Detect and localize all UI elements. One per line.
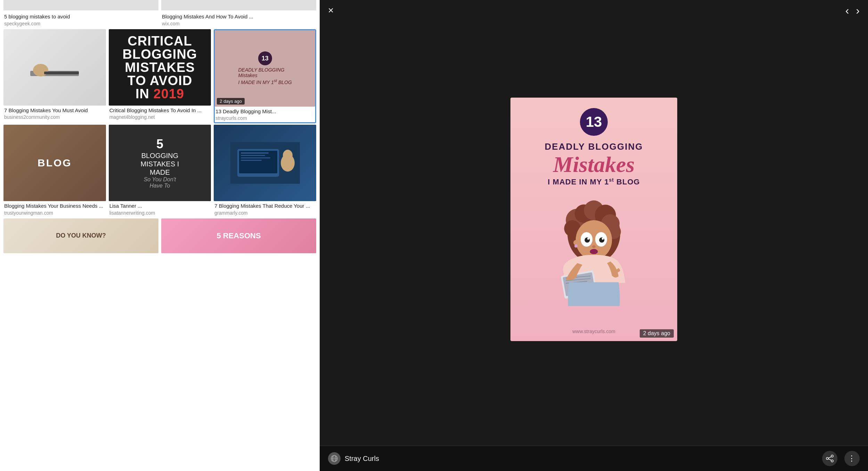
svg-rect-9 [241, 160, 262, 161]
nav-arrows: ‹ › [845, 5, 860, 16]
more-dots-icon: ⋮ [848, 454, 856, 463]
deadly-item-title: 13 Deadly Blogging Mist... [215, 108, 314, 115]
sleeping-item-source: business2community.com [4, 114, 105, 120]
top-item-1-title: 5 blogging mistakes to avoid [4, 13, 158, 20]
thumb-deadly-small: 13 DEADLY BLOGGINGMistakesI MADE IN MY 1… [215, 30, 315, 107]
sleeping-item-title: 7 Blogging Mistakes You Must Avoid [4, 107, 105, 114]
svg-point-27 [592, 245, 596, 248]
source-name: Stray Curls [345, 455, 379, 463]
source-info: Stray Curls [328, 452, 379, 465]
more-options-button[interactable]: ⋮ [844, 451, 860, 466]
thumb-sleeping [3, 29, 106, 106]
grammarly-item-title: 7 Blogging Mistakes That Reduce Your ... [214, 203, 316, 209]
thumb-doyouknow[interactable]: DO YOU KNOW? [3, 218, 158, 253]
svg-point-24 [599, 237, 604, 242]
svg-point-1 [33, 64, 48, 76]
top-item-2-source: wix.com [162, 21, 316, 26]
top-item-2-title: Blogging Mistakes And How To Avoid ... [162, 13, 316, 20]
partial-top-row [3, 0, 316, 10]
thumb-lisatanner: 5 BLOGGINGMISTAKES IMADE So You Don'tHav… [109, 125, 211, 201]
svg-line-44 [828, 457, 831, 458]
svg-rect-2 [44, 72, 79, 74]
prev-button[interactable]: ‹ [845, 5, 849, 16]
svg-point-28 [590, 249, 598, 254]
doyouknow-text: DO YOU KNOW? [56, 232, 106, 239]
top-item-1-source: speckygeek.com [4, 21, 158, 26]
footer-actions: ⋮ [822, 451, 860, 466]
svg-point-42 [826, 457, 828, 460]
top-item-1[interactable]: 5 blogging mistakes to avoid speckygeek.… [3, 12, 158, 28]
preview-image-area: 13 DEADLY BLOGGING Mistakes I MADE IN MY… [320, 0, 868, 446]
share-icon [826, 455, 834, 462]
critical-item-title: Critical Blogging Mistakes To Avoid In .… [109, 107, 211, 114]
preview-timestamp: 2 days ago [640, 329, 674, 338]
source-globe-icon [328, 452, 341, 465]
next-button[interactable]: › [856, 5, 860, 16]
thumb-critical: CRITICALBLOGGINGMISTAKESTO AVOIDIN 2019 [109, 29, 211, 106]
last-partial-row: DO YOU KNOW? 5 REASONS [3, 218, 316, 253]
thumb-grammarly [214, 125, 316, 201]
preview-panel: × ‹ › 13 DEADLY BLOGGING Mistakes I MADE… [320, 0, 868, 471]
bottom-row: BLOG Blogging Mistakes Your Business Nee… [3, 125, 316, 217]
blog-item-source: trustyourwingman.com [4, 210, 105, 216]
svg-line-45 [828, 459, 831, 460]
critical-item-source: magnet4blogging.net [109, 114, 211, 120]
deadly-title-small: DEADLY BLOGGINGMistakesI MADE IN MY 1st … [238, 67, 292, 85]
preview-header: × ‹ › [320, 0, 868, 21]
svg-point-26 [602, 238, 604, 240]
middle-row: 7 Blogging Mistakes You Must Avoid busin… [3, 29, 316, 124]
lisa-item-title: Lisa Tanner ... [109, 203, 211, 209]
top-item-2[interactable]: Blogging Mistakes And How To Avoid ... w… [161, 12, 316, 28]
deadly-item-source: straycurls.com [215, 115, 314, 121]
character-svg [542, 194, 646, 326]
image-grid-panel: 5 blogging mistakes to avoid speckygeek.… [0, 0, 320, 471]
character-illustration [521, 194, 667, 326]
blog-text: BLOG [38, 157, 72, 169]
preview-image: 13 DEADLY BLOGGING Mistakes I MADE IN MY… [510, 98, 677, 341]
time-badge: 2 days ago [217, 98, 245, 105]
close-button[interactable]: × [328, 6, 334, 15]
grammarly-item-source: grammarly.com [214, 210, 316, 216]
grid-item-lisatanner[interactable]: 5 BLOGGINGMISTAKES IMADE So You Don'tHav… [109, 125, 211, 217]
svg-rect-5 [239, 151, 277, 173]
thumb-blog: BLOG [3, 125, 106, 201]
deadly-number-badge: 13 [258, 51, 272, 65]
preview-number-badge: 13 [580, 108, 608, 136]
grid-item-blog-laptop[interactable]: BLOG Blogging Mistakes Your Business Nee… [3, 125, 106, 217]
share-button[interactable] [822, 451, 837, 466]
grid-item-grammarly[interactable]: 7 Blogging Mistakes That Reduce Your ...… [214, 125, 316, 217]
preview-watermark: www.straycurls.com [572, 329, 615, 334]
sleeping-icon [23, 47, 86, 88]
svg-point-43 [831, 460, 833, 462]
critical-text: CRITICALBLOGGINGMISTAKESTO AVOIDIN 2019 [123, 34, 197, 100]
preview-mistakes-text: Mistakes [553, 154, 635, 176]
top-titles-row: 5 blogging mistakes to avoid speckygeek.… [3, 12, 316, 28]
svg-point-41 [831, 455, 833, 457]
desk-scene-icon [230, 142, 300, 184]
preview-deadly-text: DEADLY BLOGGING [545, 141, 643, 152]
preview-subtitle: I MADE IN MY 1st BLOG [548, 177, 640, 187]
grid-item-sleeping[interactable]: 7 Blogging Mistakes You Must Avoid busin… [3, 29, 106, 124]
svg-point-25 [587, 238, 589, 240]
grid-item-critical[interactable]: CRITICALBLOGGINGMISTAKESTO AVOIDIN 2019 … [109, 29, 211, 124]
svg-rect-8 [241, 157, 270, 158]
thumb-5reasons[interactable]: 5 REASONS [161, 218, 316, 253]
svg-point-11 [283, 150, 293, 161]
svg-rect-7 [241, 155, 265, 156]
lisa-item-source: lisatannerwriting.com [109, 210, 211, 216]
preview-footer: Stray Curls ⋮ [320, 446, 868, 471]
lisa-content: 5 BLOGGINGMISTAKES IMADE So You Don'tHav… [141, 137, 179, 189]
grid-item-deadly-small[interactable]: 13 DEADLY BLOGGINGMistakesI MADE IN MY 1… [214, 29, 316, 124]
svg-point-30 [574, 244, 578, 248]
5reasons-text: 5 REASONS [216, 231, 261, 240]
partial-thumb-2[interactable] [161, 0, 316, 10]
svg-point-23 [584, 237, 590, 242]
blog-item-title: Blogging Mistakes Your Business Needs ..… [4, 203, 105, 209]
svg-rect-6 [241, 152, 269, 154]
partial-thumb-1[interactable] [3, 0, 158, 10]
globe-svg [330, 455, 338, 462]
